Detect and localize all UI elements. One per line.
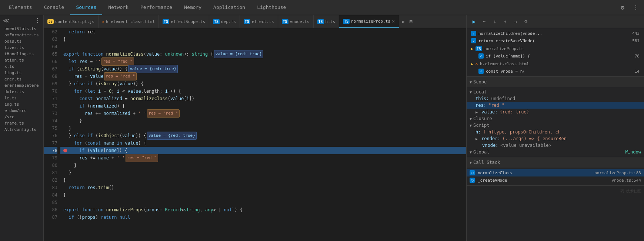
scope-res-val: "red " <box>488 103 504 108</box>
sidebar-file-src[interactable]: /src <box>0 114 43 120</box>
callstack-item-2[interactable]: ⬡ _createVNode vnode.ts:544 <box>467 176 644 184</box>
sidebar-file-attrconfig[interactable]: AttrConfig.ts <box>0 126 43 133</box>
step-button[interactable]: → <box>511 17 520 26</box>
code-line-70: for (let i = 0; i < value.length; i++) { <box>60 88 466 95</box>
tab-dep[interactable]: TS dep.ts <box>209 15 240 28</box>
code-line-67: if (isString(value)) { value = {red: tru… <box>60 65 466 73</box>
tab-h-element-class[interactable]: ◇ h-element-class.html <box>99 15 159 28</box>
h-element-row-1[interactable]: ✓ const vnode = h( 14 <box>470 67 641 75</box>
scope-local-header[interactable]: ▼ Local <box>467 89 644 95</box>
tab-console[interactable]: Console <box>38 0 70 15</box>
tab-vnode[interactable]: TS vnode.ts <box>278 15 314 28</box>
tab-elements[interactable]: Elements <box>3 0 38 15</box>
line-num-62: 62 <box>44 28 57 36</box>
scope-value-expand-icon[interactable]: ▶ <box>476 110 478 114</box>
sidebar-file-le[interactable]: le.ts <box>0 95 43 101</box>
line-num-85: 85 <box>44 199 57 206</box>
code-line-62: return ret <box>60 28 466 36</box>
step-over-button[interactable]: ↷ <box>480 17 489 26</box>
scope-this-key: this: <box>476 96 489 101</box>
tab-performance[interactable]: Performance <box>134 0 178 15</box>
scope-script-h: h: f h(type, propsOrChildren, ch <box>467 129 644 135</box>
settings-icon[interactable]: ⚙ <box>617 2 628 13</box>
scope-content: ▼ Local this: undefined res: "red " ▶ va… <box>467 87 644 157</box>
scope-vnode-val: <value unavailable> <box>500 143 551 148</box>
sidebar-file-ling[interactable]: ling.ts <box>0 70 43 76</box>
callstack-title: Call Stack <box>473 160 500 165</box>
callstack-item-1[interactable]: ⬡ normalizeClass normalizeProp.ts:83 <box>467 169 644 176</box>
sidebar-file-thandling[interactable]: tHandling.ts <box>0 51 43 57</box>
more-options-icon[interactable]: ⋮ <box>631 2 641 13</box>
tab-split-button[interactable]: ⊞ <box>407 15 414 28</box>
code-line-65: export function normalizeClass(value: un… <box>60 50 466 58</box>
callstack-header[interactable]: ▼ Call Stack <box>467 157 644 168</box>
tab-h[interactable]: TS h.ts <box>314 15 340 28</box>
scope-closure-header[interactable]: ▼ Closure <box>467 115 644 122</box>
scope-value-key: value: <box>481 109 497 115</box>
scope-script-header[interactable]: ▼ Script <box>467 122 644 129</box>
normalize-prop-label: if (value[name]) { <box>486 54 530 59</box>
callstack-checkbox-1[interactable]: ✓ <box>471 31 476 36</box>
tab-normalizeprop[interactable]: TS normalizeProp.ts × <box>339 15 399 28</box>
sidebar-menu-icon[interactable]: ⋮ <box>34 17 40 24</box>
scope-global-label: Global <box>473 149 489 155</box>
resume-button[interactable]: ▶ <box>470 17 478 26</box>
sidebar-file-omformatter[interactable]: omFormatter.ts <box>0 32 43 38</box>
line-num-74: 74 <box>44 117 57 125</box>
tab-application[interactable]: Application <box>207 0 251 15</box>
sidebar-file-erertemplate[interactable]: ererTemplatere <box>0 82 43 89</box>
scope-header[interactable]: ▼ Scope <box>467 77 644 87</box>
step-into-button[interactable]: ↓ <box>490 17 499 26</box>
sidebar-file-duler[interactable]: duler.ts <box>0 89 43 95</box>
tab-close-normalizeprop[interactable]: × <box>392 18 395 24</box>
tab-network[interactable]: Network <box>102 0 134 15</box>
sidebar-file-onentslots[interactable]: onentSlots.ts <box>0 26 43 32</box>
tab-memory[interactable]: Memory <box>178 0 207 15</box>
sidebar-file-edom[interactable]: e-dom/src <box>0 108 43 114</box>
deactivate-button[interactable]: ⊘ <box>521 17 530 26</box>
scope-render-expand-icon[interactable]: ▶ <box>476 137 478 141</box>
normalize-prop-header: ▶ TS normalizeProp.ts <box>470 45 641 52</box>
scope-local-value[interactable]: ▶ value: {red: true} <box>467 109 644 115</box>
sidebar-collapse-icon[interactable]: ≪ <box>3 17 9 24</box>
scope-local-this: this: undefined <box>467 95 644 102</box>
scope-script-render[interactable]: ▶ render: (...args) => { ensureRen <box>467 135 644 142</box>
breakpoint-dot <box>63 149 67 152</box>
tab-sources[interactable]: Sources <box>70 0 102 15</box>
sidebar-file-ation[interactable]: ation.ts <box>0 57 43 63</box>
sidebar-file-tives[interactable]: tives.ts <box>0 44 43 51</box>
tab-effectscope[interactable]: TS effectScope.ts <box>159 15 209 28</box>
debug-toolbar: ▶ ↷ ↓ ↑ → ⊘ <box>467 15 644 28</box>
scope-global-header[interactable]: ▼ Global Window <box>467 149 644 155</box>
callstack-top-row-1[interactable]: ✓ normalizeChildren(vnode... 443 <box>470 30 641 37</box>
sidebar-header: ≪ ⋮ <box>0 15 43 26</box>
tab-contentscript[interactable]: JS contentScript.js <box>44 15 99 28</box>
sidebar-file-ing[interactable]: ing.ts <box>0 101 43 108</box>
callstack-checkbox-2[interactable]: ✓ <box>471 38 476 43</box>
h-element-filename: h-element-class.html <box>480 62 529 66</box>
code-editor[interactable]: return ret } export function normalizeCl… <box>60 28 466 241</box>
scope-closure-arrow: ▼ <box>470 117 472 121</box>
sidebar-file-xts[interactable]: x.ts <box>0 63 43 70</box>
right-panel-scroll[interactable]: ✓ normalizeChildren(vnode... 443 ✓ retur… <box>467 28 644 241</box>
code-line-75: } <box>60 125 466 132</box>
code-line-78: if (value[name]) { <box>60 147 466 154</box>
line-num-63: 63 <box>44 36 57 43</box>
callstack-top-row-2[interactable]: ✓ return createBaseVNode( 581 <box>470 37 641 44</box>
callstack-name-2: _createVNode <box>478 178 507 183</box>
step-out-button[interactable]: ↑ <box>501 17 510 26</box>
scope-local-res: res: "red " <box>467 102 644 109</box>
line-num-72: 72 <box>44 102 57 110</box>
sidebar-file-ools[interactable]: ools.ts <box>0 38 43 44</box>
scope-global-arrow: ▼ <box>470 150 472 154</box>
tab-effect[interactable]: TS effect.ts <box>240 15 278 28</box>
sidebar-file-erer[interactable]: erer.ts <box>0 76 43 82</box>
tab-lighthouse[interactable]: Lighthouse <box>251 0 292 15</box>
scope-h-key: h: <box>476 129 481 135</box>
sidebar-file-frame[interactable]: frame.ts <box>0 120 43 126</box>
line-num-65: 65 <box>44 50 57 58</box>
normalize-prop-row-1[interactable]: ✓ if (value[name]) { 78 <box>470 52 641 60</box>
h-element-checkbox[interactable]: ✓ <box>478 69 484 74</box>
tab-more-button[interactable]: » <box>399 15 407 28</box>
normalize-prop-checkbox[interactable]: ✓ <box>478 53 484 59</box>
